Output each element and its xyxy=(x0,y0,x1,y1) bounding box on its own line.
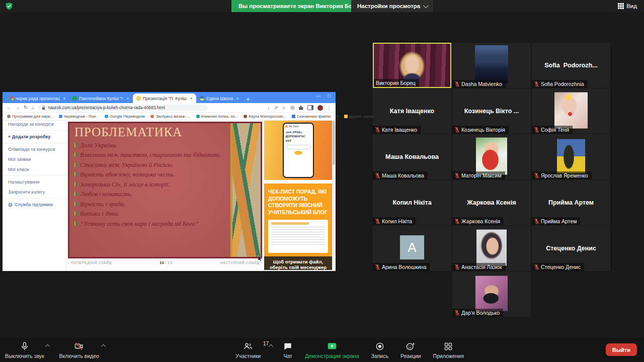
side-panel-icon[interactable] xyxy=(307,105,313,110)
start-video-button[interactable]: Включить видео xyxy=(59,338,99,362)
bookmark-item[interactable]: Google Переводчик xyxy=(105,114,145,119)
mute-button[interactable]: Выключить звук xyxy=(5,338,44,362)
sidebar-item-olympiads[interactable]: Олімпіади та конкурси xyxy=(3,144,66,154)
presentation-area: ПРОБЛЕМАТИКА Доля України. Взаємини між … xyxy=(66,121,263,271)
slide-navigation: ‹ ПОПЕРЕДНІЙ СЛАЙД 10 / 13 НАСТУПНИЙ СЛА… xyxy=(68,260,262,265)
next-slide-button[interactable]: НАСТУПНИЙ СЛАЙД › xyxy=(220,260,262,265)
browser-toolbar: ← → ↻ ⌂ naurok.com.ua/prezentaciya-p-kul… xyxy=(3,103,336,113)
close-tab-icon[interactable]: × xyxy=(190,96,193,101)
phone-search-bar xyxy=(286,145,311,149)
bookmark-item[interactable]: переводчик - Пои... xyxy=(59,114,99,119)
record-button[interactable]: Запись xyxy=(371,338,388,362)
bookmark-item[interactable]: Программа для нари... xyxy=(7,114,53,119)
view-layout-button[interactable]: Вид xyxy=(615,0,640,12)
participant-tile-aryna[interactable]: A Арина Волошкина xyxy=(373,226,451,271)
participant-tile-daria[interactable]: Дар'я Володько xyxy=(452,272,531,317)
browser-tab-1[interactable]: чорна рада презентація - Пои... × xyxy=(6,94,69,103)
slide-body: ПРОБЛЕМАТИКА Доля України. Взаємини між … xyxy=(69,123,230,257)
checklist-advert[interactable]: ЧЕК-ЛИСТ ПОРАД, ЯКІ ДОПОМОЖУТЬ СТВОРИТИ … xyxy=(264,184,332,270)
back-icon[interactable]: ← xyxy=(7,105,12,110)
participant-tile-pryima[interactable]: Прийма Артем Прийма Артем xyxy=(532,180,610,225)
bookmarks-bar: Программа для нари... переводчик - Пои..… xyxy=(3,113,336,121)
slide-bullet: Батьки і діти. xyxy=(74,210,230,218)
view-settings-dropdown[interactable]: Настройки просмотра xyxy=(351,0,433,12)
reload-icon[interactable]: ↻ xyxy=(24,105,28,110)
document-heading-bar xyxy=(271,222,309,225)
participant-name-label: Дар'я Володько xyxy=(452,309,503,317)
extensions-icon[interactable] xyxy=(299,106,303,110)
downloads-icon[interactable]: ↓ xyxy=(267,105,270,111)
scrollbar-thumb[interactable] xyxy=(333,121,335,165)
sidebar-item-applications[interactable]: Мої заявки xyxy=(3,154,66,164)
share-screen-button[interactable]: Демонстрация экрана xyxy=(305,338,359,362)
maximize-window-icon[interactable]: □ xyxy=(328,94,331,99)
browser-tab-3-active[interactable]: Презентація "П. Куліш "Чорна ... × xyxy=(133,94,196,103)
participant-tile-masha[interactable]: Маша Ковальова Маша Ковальова xyxy=(373,134,451,179)
participant-tile-katya[interactable]: Катя Іващенко Катя Іващенко xyxy=(373,88,451,134)
chat-button[interactable]: Чат xyxy=(283,338,293,362)
participants-caret-icon[interactable] xyxy=(269,344,274,349)
participant-tile-anastasia[interactable]: Анастасія Лазюк xyxy=(452,226,531,271)
close-tab-icon[interactable]: × xyxy=(236,96,238,101)
document-preview xyxy=(268,220,328,253)
bookmark-item[interactable]: Карта Малороссии... xyxy=(244,114,286,119)
slide-bullet: Доля України. xyxy=(74,141,230,149)
previous-slide-button[interactable]: ‹ ПОПЕРЕДНІЙ СЛАЙД xyxy=(68,260,112,265)
participant-name-label: Копил Нікіта xyxy=(373,217,416,225)
participant-tile-stetsenko[interactable]: Стеценко Денис Стеценко Денис xyxy=(532,226,610,271)
muted-mic-icon xyxy=(375,127,380,133)
close-tab-icon[interactable]: × xyxy=(63,96,65,101)
participant-video-thumbnail xyxy=(475,45,508,83)
browser-tab-4[interactable]: Єдина Школа × xyxy=(196,94,243,103)
participant-name-label: Катя Іващенко xyxy=(373,126,421,134)
sidebar-item-classes[interactable]: Мої класи xyxy=(3,164,66,174)
app-advert[interactable]: На Урок «НА УРОК» ДОПОМАГАЄ 24/7 xyxy=(264,121,332,180)
sidebar-item-settings[interactable]: Налаштування xyxy=(3,177,66,187)
sidebar-item-support[interactable]: Служба підтримки xyxy=(3,200,66,210)
bookmark-item[interactable]: Скачанные файлы xyxy=(292,114,331,119)
home-icon[interactable]: ⌂ xyxy=(31,105,34,110)
map-icon xyxy=(244,115,247,118)
sidebar-item-add[interactable]: + Додати розробку xyxy=(3,132,66,142)
video-options-caret-icon[interactable] xyxy=(101,344,106,349)
participants-button[interactable]: Участники 17 xyxy=(235,338,271,362)
participant-tile-kopyl[interactable]: Копил Нікіта Копил Нікіта xyxy=(373,180,451,225)
bookmarks-overflow-icon[interactable]: » xyxy=(337,114,339,119)
translate-icon xyxy=(105,115,108,118)
sidebar-item-awards[interactable]: Нагороди за конкурси xyxy=(3,121,66,129)
browser-tab-2[interactable]: Пантелеймон Куліш "Чорна ра... × xyxy=(69,94,132,103)
browser-menu-icon[interactable]: ⋮ xyxy=(327,105,332,111)
close-tab-icon[interactable]: × xyxy=(126,96,129,101)
bullet-marker-icon xyxy=(74,162,77,167)
participant-tile-sofia-t[interactable]: Софія Теня xyxy=(532,88,610,134)
participant-tile-maksym[interactable]: Маторін Максим xyxy=(452,134,531,179)
page-scrollbar[interactable] xyxy=(332,121,336,271)
bookmark-item[interactable]: Экспресс-визаж -... xyxy=(150,114,190,119)
leave-meeting-button[interactable]: Выйти xyxy=(606,343,637,356)
apps-button[interactable]: Приложения xyxy=(433,338,463,362)
slide-bullet: Запорозька Січ, її місце в історії. xyxy=(74,180,230,189)
address-bar[interactable]: naurok.com.ua/prezentaciya-p-kulish-chor… xyxy=(38,105,208,111)
reactions-button[interactable]: Реакции xyxy=(400,338,421,362)
sidebar-item-invite[interactable]: Запросити колегу xyxy=(3,187,66,197)
browser-tab-strip: чорна рада презентація - Пои... × Пантел… xyxy=(3,92,336,103)
participant-tile-zharkova[interactable]: Жаркова Ксенія Жаркова Ксенія xyxy=(452,180,531,225)
participant-video-thumbnail xyxy=(554,93,588,129)
participant-tile-dasha[interactable]: Dasha Matvienko xyxy=(452,43,531,88)
participant-tile-kozynets[interactable]: Козинець Вікто ... Козинець Вікторія xyxy=(452,88,531,134)
profile-avatar[interactable] xyxy=(317,105,323,111)
slide-bullet: Любов і ненависть. xyxy=(74,190,230,198)
share-page-icon[interactable]: ↗ xyxy=(274,105,278,111)
mic-options-caret-icon[interactable] xyxy=(45,344,50,349)
new-tab-button[interactable]: + xyxy=(247,96,250,103)
participant-tile-viktoria[interactable]: Виктория Борец xyxy=(373,43,451,88)
forward-icon[interactable]: → xyxy=(15,105,20,110)
participant-tile-yaroslav[interactable]: Ярослав Яременко xyxy=(532,134,610,179)
participant-name-label: Dasha Matvienko xyxy=(452,80,506,88)
participant-tile-sofia-p[interactable]: Sofia Podorozh... Sofia Podorozhnia xyxy=(532,43,610,88)
bookmark-star-icon[interactable]: ☆ xyxy=(282,105,286,111)
encryption-shield-icon[interactable] xyxy=(5,2,13,11)
bookmark-item[interactable]: Книжная полка, по... xyxy=(196,114,238,119)
page-content: Нагороди за конкурси + Додати розробку О… xyxy=(3,121,336,271)
minimize-window-icon[interactable]: — xyxy=(316,94,321,99)
